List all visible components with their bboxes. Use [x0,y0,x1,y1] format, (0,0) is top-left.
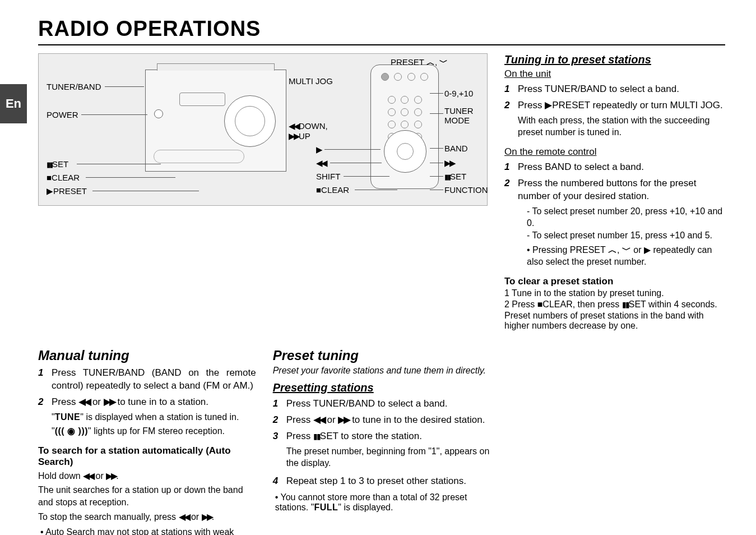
device-diagram: TUNER/BAND POWER SET CLEAR PRESET MULTI … [38,53,488,206]
page-title: RADIO OPERATIONS [38,17,725,41]
label-set-left: SET [47,159,68,169]
play-icon [316,145,323,154]
up-arrow-icon [608,245,617,255]
rewind-icon [83,471,93,481]
tuning-in-heading: Tuning in to preset stations [504,53,725,66]
rewind-icon [289,121,299,131]
button-strip [154,150,244,163]
auto-search-stop: To stop the search manually, press or . [38,511,256,523]
play-icon [644,245,651,255]
remote-step-1: 1 Press BAND to select a band. [504,161,725,174]
rewind-icon [78,396,90,407]
stop-icon [537,299,543,309]
label-function: FUNCTION [444,185,488,195]
auto-search-desc: The unit searches for a station up or do… [38,484,256,508]
pause-icon [47,159,52,169]
auto-search-heading: To search for a station automatically (A… [38,445,256,468]
rewind-icon [179,512,189,522]
preset-bullet: You cannot store more than a total of 32… [275,492,491,513]
remote-step-2: 2 Press the numbered buttons for the pre… [504,177,725,270]
pause-icon [444,172,450,181]
jog-dial-illustration [224,95,276,147]
power-knob [154,109,163,118]
unit-step-2: 2 Press PRESET repeatedly or turn MULTI … [504,99,725,141]
label-num-keys: 0-9,+10 [444,89,473,98]
stop-icon [316,185,321,195]
on-unit-heading: On the unit [504,68,725,80]
horizontal-rule [38,44,725,45]
forward-icon [106,471,116,481]
forward-icon [338,414,349,425]
up-arrow-icon [426,57,435,67]
remote-note: Pressing PRESET , or repeatedly can also… [527,244,725,268]
preset-tuning-section: Preset tuning Preset your favorite stati… [273,348,491,535]
label-down: DOWN, [289,121,328,131]
tuning-in-section: Tuning in to preset stations On the unit… [504,53,725,332]
label-multi-jog: MULTI JOG [289,76,333,86]
display-area [179,93,225,106]
play-icon [47,186,53,196]
manual-tuning-section: Manual tuning 1 Press TUNER/BAND (BAND o… [38,348,256,535]
label-band: BAND [444,144,468,153]
forward-icon [104,396,115,407]
preset-step-3: 3 Press SET to store the station. The pr… [273,430,491,472]
label-clear-left: CLEAR [47,173,80,182]
clear-note: Preset numbers of preset stations in the… [504,311,725,331]
remote-dpad [384,130,426,173]
label-rew-center [316,158,326,168]
preset-step-4: 4 Repeat step 1 to 3 to preset other sta… [273,475,491,488]
down-arrow-icon [622,245,631,255]
down-arrow-icon [439,57,448,67]
stop-icon [47,173,52,182]
label-tuner-mode: TUNER MODE [444,107,474,125]
label-power: POWER [47,110,78,119]
play-icon [545,100,552,110]
label-preset-arrows: PRESET , [391,57,448,68]
preset-step-2: 2 Press or to tune in to the desired sta… [273,414,491,427]
auto-search-hold: Hold down or . [38,470,256,482]
rewind-icon [316,158,326,168]
preset-heading: Preset tuning [273,348,491,363]
pause-icon [622,299,629,309]
clear-heading: To clear a preset station [504,276,725,287]
remote-illustration [370,64,439,189]
rewind-icon [313,414,324,425]
presetting-heading: Presetting stations [273,381,491,394]
manual-step-2: 2 Press or to tune in to a station. "TUN… [38,396,256,440]
clear-step-2: 2 Press CLEAR, then press SET within 4 s… [504,299,725,310]
forward-icon [202,512,212,522]
label-up: UP [289,131,310,141]
on-remote-heading: On the remote control [504,146,725,158]
label-shift: SHIFT [316,172,340,181]
label-ff-right [444,158,454,168]
pause-icon [313,431,320,441]
label-preset-left: PRESET [47,186,87,196]
language-tab: En [0,84,27,123]
main-unit-illustration [145,70,286,172]
forward-icon [444,158,454,168]
label-play-center [316,145,323,155]
manual-heading: Manual tuning [38,348,256,363]
manual-step-1: 1 Press TUNER/BAND (BAND on the remote c… [38,367,256,393]
label-tuner-band: TUNER/BAND [47,82,101,91]
auto-search-bullet: Auto Search may not stop at stations wit… [40,527,256,535]
spacer-column [507,348,725,535]
remote-example-2: To select preset number 15, press +10 an… [527,229,725,242]
preset-step-1: 1 Press TUNER/BAND to select a band. [273,398,491,411]
unit-step-1: 1 Press TUNER/BAND to select a band. [504,83,725,96]
clear-step-1: 1 Tune in to the station by preset tunin… [504,288,725,298]
remote-example-1: To select preset number 20, press +10, +… [527,205,725,229]
preset-intro: Preset your favorite stations and tune t… [273,366,491,376]
label-set-right: SET [444,172,466,181]
forward-icon [289,131,299,141]
label-clear-center: CLEAR [316,185,349,195]
